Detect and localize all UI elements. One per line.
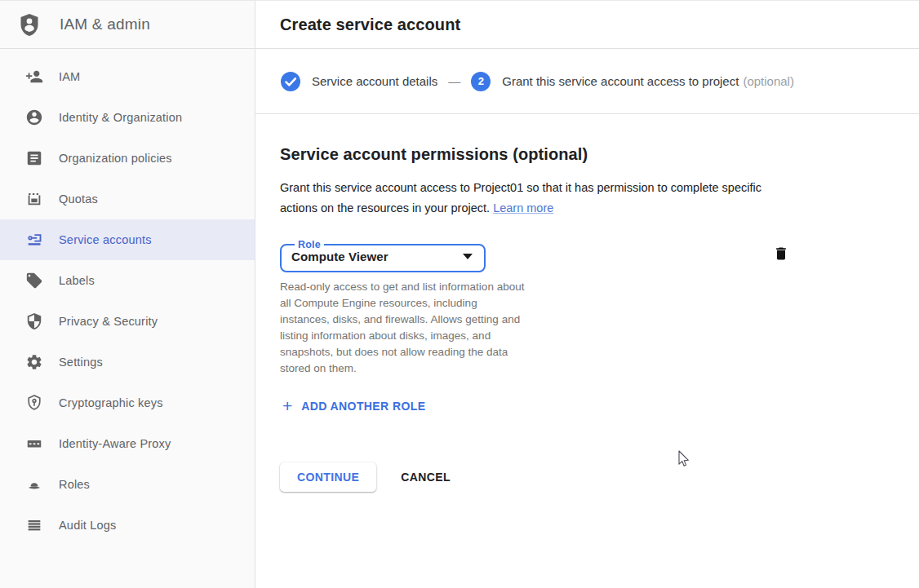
plus-icon: + bbox=[282, 399, 292, 413]
quota-tray-icon bbox=[24, 189, 44, 209]
step-grant-access: 2 Grant this service account access to p… bbox=[471, 72, 794, 91]
trash-icon bbox=[773, 253, 789, 265]
page: IAM & admin IAM Identity & Organization bbox=[0, 0, 919, 588]
step-separator: — bbox=[448, 74, 460, 88]
hat-icon bbox=[24, 475, 44, 494]
role-description: Read-only access to get and list informa… bbox=[280, 279, 529, 377]
service-account-key-icon bbox=[24, 230, 44, 250]
step-service-account-details[interactable]: Service account details bbox=[281, 72, 437, 91]
chevron-down-icon bbox=[463, 254, 473, 259]
form-actions: CONTINUE CANCEL bbox=[280, 462, 919, 492]
page-title: Create service account bbox=[280, 15, 460, 34]
sidebar-item-roles[interactable]: Roles bbox=[0, 464, 255, 505]
learn-more-link[interactable]: Learn more bbox=[493, 201, 553, 214]
tag-icon bbox=[24, 271, 44, 290]
sidebar-item-label: Privacy & Security bbox=[59, 315, 158, 328]
delete-role-button[interactable] bbox=[773, 245, 789, 263]
sidebar: IAM & admin IAM Identity & Organization bbox=[0, 1, 255, 588]
gear-icon bbox=[24, 352, 44, 372]
sidebar-item-organization-policies[interactable]: Organization policies bbox=[0, 138, 255, 179]
sidebar-item-labels[interactable]: Labels bbox=[0, 260, 255, 301]
role-selected-value: Compute Viewer bbox=[291, 250, 388, 263]
sidebar-item-label: Quotas bbox=[59, 192, 98, 206]
sidebar-item-label: IAM bbox=[59, 70, 80, 83]
step-number-badge: 2 bbox=[471, 72, 491, 91]
main-panel: Create service account Service account d… bbox=[255, 1, 919, 588]
document-lines-icon bbox=[24, 148, 44, 168]
sidebar-item-label: Identity & Organization bbox=[59, 111, 182, 124]
iam-admin-shield-icon bbox=[17, 11, 42, 38]
sidebar-item-audit-logs[interactable]: Audit Logs bbox=[0, 505, 255, 546]
sidebar-item-label: Service accounts bbox=[59, 233, 152, 246]
sidebar-item-label: Organization policies bbox=[59, 152, 172, 165]
step-completed-check-icon bbox=[281, 72, 300, 91]
sidebar-item-quotas[interactable]: Quotas bbox=[0, 179, 255, 219]
step-optional-suffix: (optional) bbox=[743, 74, 794, 88]
role-field-label: Role bbox=[295, 239, 324, 250]
sidebar-item-cryptographic-keys[interactable]: Cryptographic keys bbox=[0, 382, 255, 423]
sidebar-item-label: Labels bbox=[59, 274, 95, 287]
sidebar-item-label: Identity-Aware Proxy bbox=[59, 437, 171, 450]
project-name: Project01 bbox=[473, 181, 523, 194]
sidebar-nav: IAM Identity & Organization Organization… bbox=[0, 49, 255, 546]
section-description: Grant this service account access to Pro… bbox=[280, 178, 782, 219]
sidebar-item-label: Settings bbox=[59, 356, 103, 369]
shield-key-icon bbox=[24, 393, 44, 413]
description-text: Grant this service account access to bbox=[280, 181, 473, 194]
sidebar-header: IAM & admin bbox=[0, 1, 255, 49]
role-row: Role Compute Viewer bbox=[280, 239, 919, 272]
content-area: Service account permissions (optional) G… bbox=[255, 114, 919, 492]
sidebar-item-label: Roles bbox=[59, 478, 90, 491]
add-another-role-button[interactable]: + ADD ANOTHER ROLE bbox=[280, 399, 425, 413]
continue-button[interactable]: CONTINUE bbox=[280, 462, 376, 492]
step-label: Service account details bbox=[312, 74, 437, 88]
cancel-button[interactable]: CANCEL bbox=[401, 471, 451, 484]
shield-half-icon bbox=[24, 312, 44, 331]
sidebar-title: IAM & admin bbox=[60, 15, 150, 33]
stepper: Service account details — 2 Grant this s… bbox=[255, 49, 919, 114]
sidebar-item-label: Cryptographic keys bbox=[59, 396, 163, 409]
add-another-role-label: ADD ANOTHER ROLE bbox=[301, 400, 425, 413]
main-header: Create service account bbox=[255, 1, 919, 49]
sidebar-item-service-accounts[interactable]: Service accounts bbox=[0, 219, 255, 260]
role-select[interactable]: Role Compute Viewer bbox=[280, 239, 486, 272]
step-label: Grant this service account access to pro… bbox=[502, 74, 739, 88]
list-lines-icon bbox=[24, 515, 44, 535]
sidebar-item-label: Audit Logs bbox=[59, 519, 117, 532]
account-circle-icon bbox=[24, 108, 44, 127]
person-add-icon bbox=[24, 67, 44, 86]
sidebar-item-settings[interactable]: Settings bbox=[0, 342, 255, 382]
proxy-band-icon bbox=[24, 434, 44, 453]
sidebar-item-identity-organization[interactable]: Identity & Organization bbox=[0, 97, 255, 138]
sidebar-item-identity-aware-proxy[interactable]: Identity-Aware Proxy bbox=[0, 423, 255, 464]
sidebar-item-privacy-security[interactable]: Privacy & Security bbox=[0, 301, 255, 342]
sidebar-item-iam[interactable]: IAM bbox=[0, 56, 255, 97]
section-heading: Service account permissions (optional) bbox=[280, 145, 919, 164]
